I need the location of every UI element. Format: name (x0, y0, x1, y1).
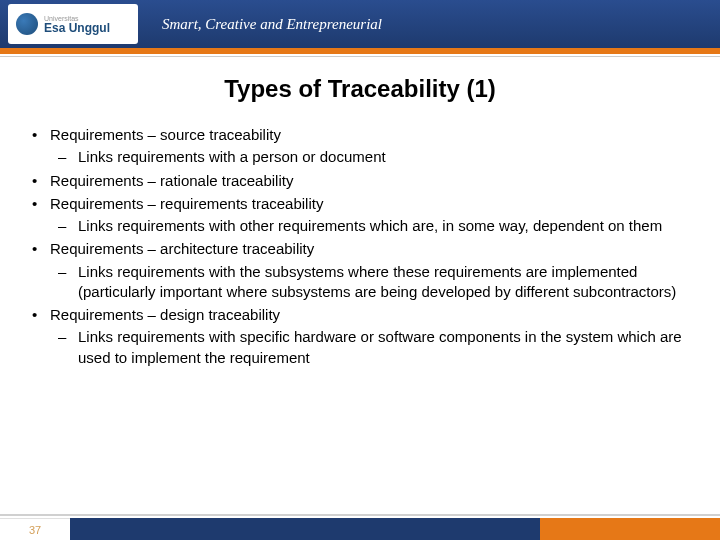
thin-divider (0, 56, 720, 57)
logo-text: Universitas Esa Unggul (44, 15, 110, 34)
slide-title: Types of Traceability (1) (0, 75, 720, 103)
orange-divider (0, 48, 720, 54)
footer-bar: 37 (0, 518, 720, 540)
footer-divider (0, 514, 720, 516)
content-area: Requirements – source traceabilityLinks … (0, 103, 720, 368)
footer-orange-block (540, 518, 720, 540)
footer: 37 (0, 514, 720, 540)
logo-name: Esa Unggul (44, 22, 110, 34)
list-item: Requirements – rationale traceability (28, 171, 692, 191)
sub-list: Links requirements with a person or docu… (50, 147, 692, 167)
list-item: Requirements – architecture traceability… (28, 239, 692, 302)
globe-icon (16, 13, 38, 35)
sub-list-item: Links requirements with the subsystems w… (50, 262, 692, 303)
tagline: Smart, Creative and Entrepreneurial (162, 16, 382, 33)
sub-list: Links requirements with other requiremen… (50, 216, 692, 236)
sub-list-item: Links requirements with a person or docu… (50, 147, 692, 167)
bullet-list: Requirements – source traceabilityLinks … (28, 125, 692, 368)
page-number: 37 (0, 518, 70, 540)
sub-list-item: Links requirements with other requiremen… (50, 216, 692, 236)
list-item: Requirements – requirements traceability… (28, 194, 692, 237)
list-item: Requirements – source traceabilityLinks … (28, 125, 692, 168)
footer-navy-block (70, 518, 540, 540)
sub-list: Links requirements with specific hardwar… (50, 327, 692, 368)
sub-list: Links requirements with the subsystems w… (50, 262, 692, 303)
header-bar: Universitas Esa Unggul Smart, Creative a… (0, 0, 720, 48)
logo-area: Universitas Esa Unggul (8, 4, 138, 44)
sub-list-item: Links requirements with specific hardwar… (50, 327, 692, 368)
list-item: Requirements – design traceabilityLinks … (28, 305, 692, 368)
